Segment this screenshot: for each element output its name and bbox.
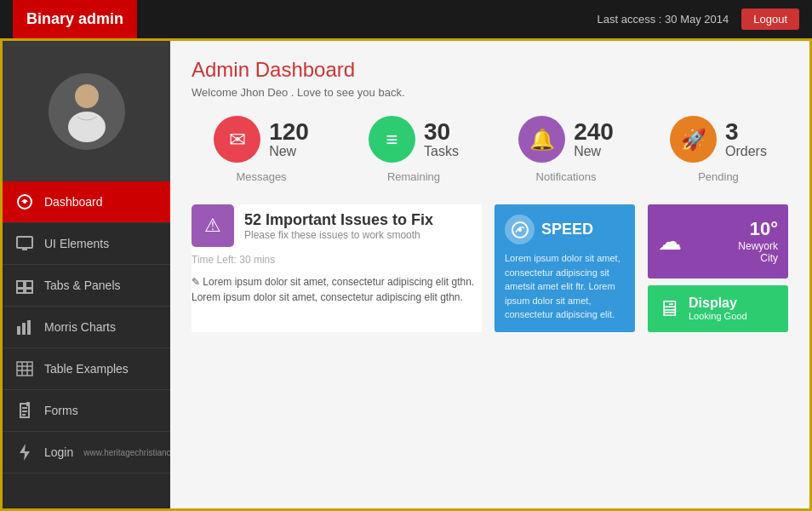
header-right: Last access : 30 May 2014 Logout — [598, 9, 799, 30]
notifications-label-bottom: Notifications — [536, 170, 597, 183]
speed-title: SPEED — [541, 221, 593, 238]
svg-point-1 — [68, 112, 106, 142]
sidebar-nav: Dashboard UI Elements — [3, 181, 170, 508]
svg-rect-14 — [17, 362, 32, 376]
sidebar-item-morris-label: Morris Charts — [44, 320, 116, 334]
orders-icon: 🚀 — [670, 116, 717, 163]
weather-city-line1: Newyork — [738, 240, 778, 252]
svg-rect-8 — [26, 281, 32, 288]
cloud-icon: ☁ — [658, 227, 682, 256]
issues-header: ⚠ 52 Important Issues to Fix Please fix … — [192, 204, 482, 247]
forms-icon — [15, 401, 34, 420]
messages-label-bottom: Messages — [236, 170, 286, 183]
sidebar-item-tabs-label: Tabs & Panels — [44, 278, 121, 292]
issues-title: 52 Important Issues to Fix — [244, 211, 433, 229]
weather-info: 10° Newyork City — [738, 218, 778, 264]
display-card: 🖥 Display Looking Good — [648, 285, 788, 332]
stats-row: ✉ 120 New Messages ≡ 30 Tasks Rem — [192, 116, 788, 183]
orders-number: 3 — [725, 120, 739, 144]
messages-number: 120 — [269, 120, 309, 144]
tasks-number: 30 — [424, 120, 450, 144]
content-area: Admin Dashboard Welcome Jhon Deo . Love … — [170, 41, 809, 508]
svg-rect-9 — [17, 289, 24, 293]
sidebar-item-dashboard[interactable]: Dashboard — [3, 181, 170, 223]
page-title: Admin Dashboard — [192, 58, 788, 82]
sidebar-item-table-examples[interactable]: Table Examples — [3, 348, 170, 390]
speedometer-icon — [505, 215, 535, 244]
stat-orders-top: 🚀 3 Orders — [670, 116, 767, 163]
issues-time: Time Left: 30 mins — [192, 254, 482, 266]
lightning-icon — [15, 443, 34, 462]
stat-notifications: 🔔 240 New Notifications — [496, 116, 636, 183]
sidebar-item-login[interactable]: Login www.heritagechristiancollege.com — [3, 432, 170, 474]
sidebar: Dashboard UI Elements — [3, 41, 170, 508]
header: Binary admin Last access : 30 May 2014 L… — [0, 0, 812, 38]
issues-title-group: 52 Important Issues to Fix Please fix th… — [244, 211, 433, 241]
weather-top: ☁ 10° Newyork City — [648, 204, 788, 278]
stat-tasks-values: 30 Tasks — [424, 120, 459, 159]
orders-label-bottom: Pending — [698, 170, 739, 183]
svg-rect-4 — [17, 237, 32, 248]
weather-card: ☁ 10° Newyork City 🖥 Display Looking Goo… — [648, 204, 788, 332]
stat-orders-values: 3 Orders — [725, 120, 767, 159]
stat-tasks: ≡ 30 Tasks Remaining — [344, 116, 483, 183]
url-label: www.heritagechristiancollege.com — [83, 448, 170, 457]
stat-messages: ✉ 120 New Messages — [192, 116, 331, 183]
tabs-icon — [15, 276, 34, 295]
stat-orders: 🚀 3 Orders Pending — [649, 116, 788, 183]
monitor-icon — [15, 234, 34, 253]
messages-icon: ✉ — [214, 116, 260, 163]
sidebar-item-ui-elements[interactable]: UI Elements — [3, 223, 170, 265]
speed-card: SPEED Lorem ipsum dolor sit amet, consec… — [495, 204, 635, 332]
svg-point-21 — [518, 228, 522, 232]
display-info: Display Looking Good — [689, 296, 747, 321]
svg-rect-10 — [26, 289, 32, 293]
issues-subtitle: Please fix these issues to work smooth — [244, 229, 433, 241]
main-layout: Dashboard UI Elements — [0, 38, 812, 511]
table-icon — [15, 359, 34, 378]
sidebar-item-login-label: Login — [44, 445, 73, 459]
sidebar-item-ui-label: UI Elements — [44, 237, 109, 250]
avatar-section — [3, 41, 170, 181]
speed-header: SPEED — [505, 215, 625, 244]
svg-rect-12 — [22, 323, 26, 335]
svg-point-3 — [23, 200, 26, 204]
notifications-label-top: New — [574, 144, 601, 159]
svg-rect-13 — [27, 320, 31, 335]
last-access-text: Last access : 30 May 2014 — [598, 13, 729, 26]
stat-notifications-values: 240 New — [574, 120, 614, 159]
chart-icon — [15, 318, 34, 336]
stat-messages-values: 120 New — [269, 120, 309, 159]
weather-city-line2: City — [738, 252, 778, 264]
bottom-row: ⚠ 52 Important Issues to Fix Please fix … — [192, 204, 788, 332]
sidebar-item-morris-charts[interactable]: Morris Charts — [3, 307, 170, 348]
sidebar-item-forms-label: Forms — [44, 404, 78, 417]
issues-card: ⚠ 52 Important Issues to Fix Please fix … — [192, 204, 482, 332]
messages-label-top: New — [269, 144, 296, 159]
dashboard-icon — [15, 192, 34, 211]
sidebar-item-tabs-panels[interactable]: Tabs & Panels — [3, 265, 170, 307]
sidebar-item-table-label: Table Examples — [44, 362, 129, 376]
display-label: Display — [689, 296, 747, 311]
sidebar-item-forms[interactable]: Forms — [3, 390, 170, 432]
issues-icon: ⚠ — [192, 204, 234, 247]
svg-rect-11 — [17, 326, 20, 335]
display-sub: Looking Good — [689, 311, 747, 321]
speed-text: Lorem ipsum dolor sit amet, consectetur … — [505, 251, 625, 322]
brand-logo: Binary admin — [13, 0, 137, 38]
stat-notifications-top: 🔔 240 New — [518, 116, 614, 163]
tasks-icon: ≡ — [369, 116, 415, 163]
edit-icon: ✎ — [192, 276, 200, 288]
svg-rect-7 — [17, 281, 24, 288]
logout-button[interactable]: Logout — [741, 9, 799, 30]
notifications-icon: 🔔 — [518, 116, 565, 163]
weather-temp: 10° — [738, 218, 778, 240]
display-icon: 🖥 — [658, 296, 680, 322]
orders-label-top: Orders — [725, 144, 767, 159]
stat-messages-top: ✉ 120 New — [214, 116, 309, 163]
svg-marker-19 — [20, 444, 30, 461]
issues-body: ✎ Lorem ipsum dolor sit amet, consectetu… — [192, 274, 482, 305]
sidebar-item-dashboard-label: Dashboard — [44, 195, 103, 209]
tasks-label-bottom: Remaining — [387, 170, 440, 183]
tasks-label-top: Tasks — [424, 144, 459, 159]
